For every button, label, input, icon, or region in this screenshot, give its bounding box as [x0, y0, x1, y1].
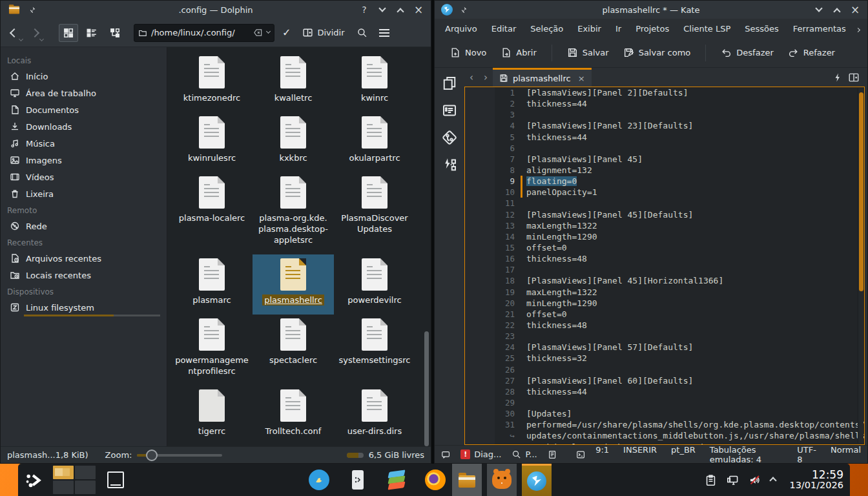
editor-line[interactable]: 6 [495, 143, 864, 154]
sidebar-item-m-sica[interactable]: Música [1, 135, 167, 152]
desfazer-button[interactable]: Desfazer [715, 43, 780, 62]
file-kwinrc[interactable]: kwinrc [334, 52, 415, 112]
file-powermanagementprofilesrc[interactable]: powermanageme ntprofilesrc [171, 315, 253, 386]
pin-icon[interactable] [459, 6, 468, 14]
menu-cliente-lsp[interactable]: Cliente LSP [677, 21, 737, 36]
output-icon[interactable] [441, 450, 450, 460]
diagnostics-button[interactable]: !Diag... [460, 450, 501, 459]
editor-line[interactable]: ↪updates/containmentactions_middlebutton… [495, 430, 864, 441]
sidebar-item-arquivos-recentes[interactable]: Arquivos recentes [1, 250, 167, 267]
file-tigerrc[interactable]: tigerrc [171, 386, 253, 446]
search-panel-button[interactable]: P... [512, 450, 537, 459]
editor-line[interactable]: 7[PlasmaViews][Panel 45] [495, 154, 864, 165]
editor-line[interactable]: 26 [495, 364, 864, 375]
file-kxkbrc[interactable]: kxkbrc [253, 112, 334, 172]
tab-settings[interactable]: Tabulações emuladas: 4 [710, 445, 783, 464]
menu-projetos[interactable]: Projetos [629, 21, 676, 36]
menu-sess-es[interactable]: Sessões [738, 21, 785, 36]
split-view-icon[interactable] [848, 72, 860, 83]
sidebar-item-downloads[interactable]: Downloads [1, 118, 167, 135]
firefox-icon[interactable] [424, 469, 446, 491]
file-yakuakerc[interactable]: yakuakerc [334, 446, 415, 446]
editor-line[interactable]: 9floating=0 [495, 176, 864, 187]
editor-line[interactable]: 2thickness=44 [495, 98, 864, 109]
sidebar-item-imagens[interactable]: Imagens [1, 152, 167, 169]
editor-line[interactable]: 18[PlasmaViews][Panel 45][Horizontal1366… [495, 275, 864, 286]
text-editor[interactable]: 1[PlasmaViews][Panel 2][Defaults]2thickn… [464, 87, 865, 445]
file-view-scrollbar[interactable] [424, 331, 429, 446]
editor-line[interactable]: 29 [495, 397, 864, 408]
file-kwalletrc[interactable]: kwalletrc [253, 52, 334, 112]
back-button[interactable] [6, 25, 23, 41]
editor-line[interactable]: 5thickness=44 [495, 132, 864, 143]
layers-app-icon[interactable] [386, 469, 408, 491]
editor-line[interactable]: ↪org.kde.plasma.desktop/contents/updates… [495, 442, 864, 445]
salvar-button[interactable]: Salvar [561, 43, 615, 62]
editor-line[interactable]: 15offset=0 [495, 242, 864, 253]
help-button[interactable]: ? [357, 3, 371, 16]
sidebar-item-v-deos[interactable]: Vídeos [1, 169, 167, 185]
maximize-button[interactable] [830, 3, 844, 16]
abrir-button[interactable]: Abrir [495, 43, 542, 62]
sidebar-item-linux-filesystem[interactable]: Linux filesystem [1, 299, 167, 316]
pager-desktop-4[interactable] [75, 480, 96, 494]
editor-line[interactable]: 21offset=0 [495, 309, 864, 320]
editor-line[interactable]: 20minLength=1290 [495, 298, 864, 309]
editor-line[interactable]: 12[PlasmaViews][Panel 45][Defaults] [495, 209, 864, 220]
file-plasmashellrc[interactable]: plasmashellrc [253, 254, 334, 315]
terminal-icon[interactable] [576, 450, 585, 460]
editor-scrollbar-thumb[interactable] [859, 92, 863, 291]
editor-scrollbar[interactable] [858, 88, 863, 443]
sidebar-item-rede[interactable]: Rede [1, 218, 167, 234]
editor-line[interactable]: 1[PlasmaViews][Panel 2][Defaults] [495, 87, 864, 98]
file-yad.conf[interactable]: yad.conf [253, 446, 334, 446]
editor-line[interactable]: 30[Updates] [495, 408, 864, 419]
minimize-button[interactable] [375, 3, 389, 16]
dolphin-titlebar[interactable]: .config — Dolphin ? × [1, 1, 431, 19]
zoom-slider[interactable] [137, 454, 222, 457]
tab-forward-button[interactable]: › [479, 72, 493, 83]
icons-view-button[interactable] [59, 24, 78, 42]
location-bar[interactable]: /home/linux/.config/ [134, 24, 274, 42]
editor-line[interactable]: 10panelOpacity=1 [495, 187, 864, 198]
close-button[interactable]: × [848, 3, 862, 16]
launcher-icon-konqi[interactable] [308, 469, 330, 491]
input-mode[interactable]: INSERIR [623, 445, 657, 464]
file-ktimezonedrc[interactable]: ktimezonedrc [171, 52, 253, 112]
editor-line[interactable]: 31performed=/usr/share/plasma/shells/org… [495, 419, 864, 430]
editor-line[interactable]: 19maxLength=1322 [495, 287, 864, 298]
pager-desktop-1[interactable] [53, 466, 74, 479]
split-view-button[interactable]: Dividir [298, 23, 348, 43]
pin-icon[interactable] [28, 6, 36, 14]
documents-tool-icon[interactable] [442, 76, 457, 91]
kate-titlebar[interactable]: plasmashellrc * — Kate × [435, 1, 867, 19]
tab-plasmashellrc[interactable]: plasmashellrc × [493, 68, 592, 87]
editor-line[interactable]: 8alignment=132 [495, 165, 864, 176]
refazer-button[interactable]: Refazer [782, 43, 841, 62]
editor-line[interactable]: 11 [495, 198, 864, 209]
outline-tool-icon[interactable] [442, 103, 457, 118]
file-user-dirs.locale[interactable]: user-dirs.locale [171, 446, 253, 446]
salvar-como-button[interactable]: Salvar como [617, 43, 697, 62]
tray-expand-icon[interactable] [770, 475, 776, 485]
pager-desktop-2[interactable] [75, 466, 96, 479]
file-user-dirs.dirs[interactable]: user-dirs.dirs [334, 386, 415, 446]
sidebar-item--rea-de-trabalho[interactable]: Área de trabalho [1, 85, 167, 101]
editor-line[interactable]: 17 [495, 264, 864, 275]
editor-line[interactable]: 27[PlasmaViews][Panel 60][Defaults] [495, 375, 864, 386]
maximize-button[interactable] [393, 3, 408, 16]
editor-line[interactable]: 3 [495, 109, 864, 120]
editor-line[interactable]: 28thickness=44 [495, 386, 864, 397]
digital-clock[interactable]: 12:59 13/01/2026 [789, 469, 843, 491]
editor-line[interactable]: 16thickness=48 [495, 253, 864, 264]
clear-icon[interactable] [253, 28, 263, 37]
editor-line[interactable]: 22thickness=48 [495, 320, 864, 331]
file-powerdevilrc[interactable]: powerdevilrc [334, 254, 415, 315]
sidebar-item-lixeira[interactable]: Lixeira [1, 185, 167, 202]
file-plasmadiscoverupdates[interactable]: PlasmaDiscover Updates [334, 172, 415, 254]
file-kwinrulesrc[interactable]: kwinrulesrc [171, 112, 253, 172]
highlight-mode[interactable]: Normal [831, 445, 861, 464]
tab-back-button[interactable]: ‹ [464, 72, 479, 83]
novo-button[interactable]: Novo [444, 43, 492, 62]
details-view-button[interactable] [105, 24, 125, 42]
